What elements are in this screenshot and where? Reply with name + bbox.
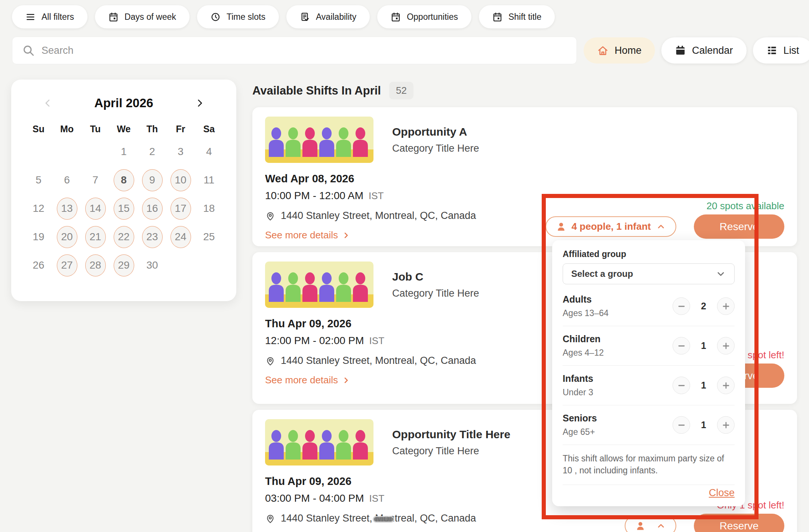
calendar-day-3[interactable]: 3 <box>166 137 195 166</box>
list-label: List <box>784 45 799 56</box>
calendar-label: Calendar <box>692 45 733 56</box>
party-size-popover: Affiliated group Select a group Adults A… <box>552 240 745 506</box>
calendar-solid-icon <box>675 45 686 56</box>
page-title: Available Shifts In April <box>252 84 381 98</box>
calendar-day-12[interactable]: 12 <box>24 194 53 223</box>
calendar-day-24[interactable]: 24 <box>166 223 195 251</box>
calendar-day-22[interactable]: 22 <box>110 223 138 251</box>
calendar-day-18[interactable]: 18 <box>195 194 223 223</box>
filter-pill-label: Opportunities <box>407 12 458 22</box>
filter-pill-days-of-week[interactable]: Days of week <box>95 5 190 28</box>
calendar-day-26[interactable]: 26 <box>24 251 53 279</box>
calendar-day-14[interactable]: 14 <box>81 194 110 223</box>
calendar-day-13[interactable]: 13 <box>53 194 81 223</box>
see-more-details-link[interactable]: See more details <box>265 374 351 386</box>
counter-sublabel: Age 65+ <box>563 427 597 437</box>
opportunity-category: Category Title Here <box>392 143 479 154</box>
group-select[interactable]: Select a group <box>563 263 735 284</box>
list-icon <box>766 45 778 56</box>
party-size-button[interactable] <box>625 516 676 532</box>
decrement-button[interactable] <box>673 297 690 315</box>
month-calendar: April 2026 SuMoTuWeThFrSa 1 2 3 4 5 6 7 … <box>11 80 236 301</box>
chevron-up-icon <box>656 222 666 232</box>
view-button-home[interactable]: Home <box>584 37 655 64</box>
increment-button[interactable] <box>717 377 735 394</box>
shift-date: Wed Apr 08, 2026 <box>265 173 784 185</box>
search-input[interactable] <box>41 45 567 56</box>
party-size-button[interactable]: 4 people, 1 infant <box>545 216 676 237</box>
weekday-label: Th <box>138 124 166 134</box>
calendar-day-25[interactable]: 25 <box>195 223 223 251</box>
filter-pill-availability[interactable]: Availability <box>286 5 370 28</box>
empty-day-cell <box>53 137 81 166</box>
calendar-day-5[interactable]: 5 <box>24 166 53 194</box>
shift-time: 03:00 PM - 04:00 PM <box>265 492 364 504</box>
calendar-day-2[interactable]: 2 <box>138 137 166 166</box>
calendar-nav: April 2026 <box>11 95 236 111</box>
calendar-icon <box>391 12 401 22</box>
increment-button[interactable] <box>717 416 735 434</box>
shift-timezone: IST <box>369 493 384 504</box>
calendar-day-29[interactable]: 29 <box>110 251 138 279</box>
filter-pill-opportunities[interactable]: Opportunities <box>377 5 471 28</box>
calendar-day-16[interactable]: 16 <box>138 194 166 223</box>
shift-time: 10:00 PM - 12:00 AM <box>265 190 363 201</box>
increment-button[interactable] <box>717 337 735 355</box>
calendar-day-9[interactable]: 9 <box>138 166 166 194</box>
chevron-up-icon <box>656 521 666 531</box>
decrement-button[interactable] <box>673 337 690 355</box>
party-counter-row-seniors: Seniors Age 65+ 1 <box>563 405 735 445</box>
counter-sublabel: Ages 4–12 <box>563 348 604 358</box>
counter-value: 1 <box>698 420 709 430</box>
empty-day-cell <box>24 137 53 166</box>
calendar-day-15[interactable]: 15 <box>110 194 138 223</box>
decrement-button[interactable] <box>673 377 690 394</box>
calendar-day-21[interactable]: 21 <box>81 223 110 251</box>
location-pin-icon <box>265 513 276 524</box>
see-more-details-link[interactable]: See more details <box>265 229 351 241</box>
shifts-header: Available Shifts In April 52 <box>252 82 413 99</box>
calendar-day-17[interactable]: 17 <box>166 194 195 223</box>
filter-pill-time-slots[interactable]: Time slots <box>197 5 279 28</box>
increment-button[interactable] <box>717 297 735 315</box>
shift-timezone: IST <box>369 190 384 201</box>
reserve-button[interactable]: Reserve <box>694 514 784 532</box>
calendar-day-30[interactable]: 30 <box>138 251 166 279</box>
calendar-day-7[interactable]: 7 <box>81 166 110 194</box>
home-label: Home <box>615 45 642 56</box>
scrollbar-thumb[interactable] <box>373 516 394 523</box>
filter-pill-all-filters[interactable]: All filters <box>12 5 87 28</box>
counter-value: 1 <box>698 340 709 351</box>
calendar-day-23[interactable]: 23 <box>138 223 166 251</box>
calendar-day-10[interactable]: 10 <box>166 166 195 194</box>
weekday-label: Tu <box>81 124 110 134</box>
clock-icon <box>210 12 221 22</box>
previous-month-button[interactable] <box>40 95 56 111</box>
calendar-day-4[interactable]: 4 <box>195 137 223 166</box>
location-pin-icon <box>265 356 276 366</box>
view-toggle: Home Calendar List <box>584 37 809 64</box>
person-icon <box>556 222 566 232</box>
view-button-list[interactable]: List <box>753 37 809 64</box>
calendar-day-11[interactable]: 11 <box>195 166 223 194</box>
calendar-day-28[interactable]: 28 <box>81 251 110 279</box>
calendar-day-27[interactable]: 27 <box>53 251 81 279</box>
next-month-button[interactable] <box>192 95 207 111</box>
calendar-day-19[interactable]: 19 <box>24 223 53 251</box>
view-button-calendar[interactable]: Calendar <box>661 37 747 64</box>
calendar-day-1[interactable]: 1 <box>110 137 138 166</box>
affiliated-group-label: Affiliated group <box>563 249 735 259</box>
weekday-label: We <box>110 124 138 134</box>
shift-count-badge: 52 <box>389 82 413 99</box>
calendar-day-8[interactable]: 8 <box>110 166 138 194</box>
counter-value: 1 <box>698 380 709 391</box>
shift-card: Opportunity A Category Title Here Wed Ap… <box>252 107 797 246</box>
reserve-button[interactable]: Reserve <box>694 214 784 239</box>
calendar-weekday-row: SuMoTuWeThFrSa <box>11 124 236 134</box>
filter-pill-shift-title[interactable]: Shift title <box>479 5 555 28</box>
calendar-day-6[interactable]: 6 <box>53 166 81 194</box>
calendar-day-20[interactable]: 20 <box>53 223 81 251</box>
chevron-down-icon <box>716 269 726 279</box>
close-popover-link[interactable]: Close <box>709 487 735 499</box>
decrement-button[interactable] <box>673 416 690 434</box>
